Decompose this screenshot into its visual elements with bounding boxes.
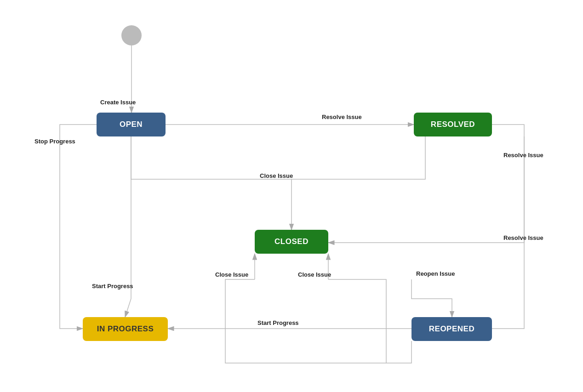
state-open: OPEN — [97, 113, 166, 136]
label-resolve-issue-1: Resolve Issue — [322, 114, 362, 120]
line-open-down — [131, 136, 166, 179]
label-resolve-issue-2: Resolve Issue — [503, 152, 543, 159]
label-start-progress-1: Start Progress — [92, 283, 133, 290]
label-close-issue-1: Close Issue — [260, 172, 293, 179]
label-close-issue-3: Close Issue — [298, 271, 331, 278]
line-bottom-box-right — [328, 279, 386, 363]
state-closed: CLOSED — [255, 230, 328, 254]
line-resolved-down — [414, 136, 425, 179]
label-start-progress-2: Start Progress — [257, 319, 299, 326]
arrow-start-progress-down — [125, 299, 131, 317]
arrow-resolved-to-closed — [328, 125, 524, 243]
line-resolve-right-side — [492, 136, 524, 329]
diagram-container: Create Issue OPEN RESOLVED Resolve Issue… — [0, 0, 583, 392]
label-resolve-issue-3: Resolve Issue — [503, 234, 543, 241]
arrow-reopen — [412, 279, 452, 317]
line-bottom-box-left — [225, 279, 412, 363]
state-resolved: RESOLVED — [414, 113, 492, 136]
label-reopen-issue: Reopen Issue — [416, 270, 455, 277]
label-create-issue: Create Issue — [100, 99, 136, 106]
arrow-stop-progress — [60, 125, 97, 329]
start-node — [121, 25, 142, 45]
state-inprogress: IN PROGRESS — [83, 317, 168, 341]
label-close-issue-2: Close Issue — [215, 271, 248, 278]
state-reopened: REOPENED — [412, 317, 492, 341]
label-stop-progress: Stop Progress — [34, 138, 75, 145]
